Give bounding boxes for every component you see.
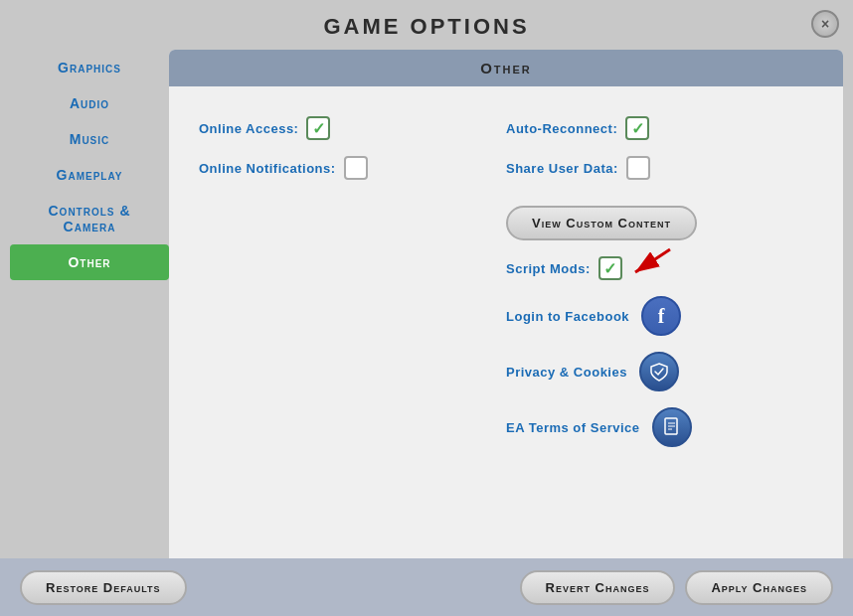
online-notifications-row: Online Notifications: [199,156,506,180]
auto-reconnect-row: Auto-Reconnect: [506,116,649,140]
online-access-row: Online Access: [199,116,506,140]
restore-defaults-button[interactable]: Restore Defaults [20,570,187,605]
share-user-data-label: Share User Data: [506,161,618,176]
script-mods-row: Script Mods: [506,256,622,280]
privacy-cookies-row: Privacy & Cookies [506,352,679,391]
sidebar-item-audio[interactable]: Audio [10,85,169,121]
bottom-bar: Restore Defaults Revert Changes Apply Ch… [0,558,853,616]
online-notifications-checkbox[interactable] [344,156,368,180]
login-facebook-label: Login to Facebook [506,309,629,324]
panel-header: Other [169,50,843,86]
apply-changes-button[interactable]: Apply Changes [685,570,833,605]
online-access-checkbox[interactable] [306,116,330,140]
privacy-cookies-label: Privacy & Cookies [506,365,627,380]
content-panel: Other Online Access: Online Notification… [169,50,843,581]
auto-reconnect-checkbox[interactable] [625,116,649,140]
title-bar: Game Options × [0,0,853,50]
main-layout: Graphics Audio Music Gameplay Controls &… [10,50,843,581]
page-title: Game Options [0,14,853,40]
facebook-button[interactable]: f [641,296,681,336]
shield-check-icon [649,362,669,382]
red-arrow-icon [615,244,675,284]
ea-terms-button[interactable] [652,407,692,447]
document-icon [662,417,682,437]
panel-body: Online Access: Online Notifications: Aut… [169,86,843,581]
svg-line-1 [635,249,670,272]
online-access-label: Online Access: [199,121,298,136]
script-mods-label: Script Mods: [506,261,591,276]
options-columns: Online Access: Online Notifications: Aut… [199,106,813,561]
auto-reconnect-label: Auto-Reconnect: [506,121,617,136]
sidebar: Graphics Audio Music Gameplay Controls &… [10,50,169,581]
privacy-cookies-button[interactable] [639,352,679,391]
sidebar-item-gameplay[interactable]: Gameplay [10,157,169,193]
login-facebook-row: Login to Facebook f [506,296,681,336]
left-column: Online Access: Online Notifications: [199,106,506,561]
sidebar-item-other[interactable]: Other [10,244,169,280]
share-user-data-checkbox[interactable] [626,156,650,180]
right-column: Auto-Reconnect: Share User Data: View Cu… [506,106,813,561]
online-notifications-label: Online Notifications: [199,161,336,176]
view-custom-content-button[interactable]: View Custom Content [506,206,697,240]
ea-terms-row: EA Terms of Service [506,407,692,447]
sidebar-item-controls-camera[interactable]: Controls & Camera [10,193,169,244]
share-user-data-row: Share User Data: [506,156,650,180]
ea-terms-label: EA Terms of Service [506,420,640,435]
sidebar-item-music[interactable]: Music [10,121,169,157]
close-button[interactable]: × [811,10,839,38]
view-custom-content-container: View Custom Content [506,206,697,240]
sidebar-item-graphics[interactable]: Graphics [10,50,169,85]
revert-changes-button[interactable]: Revert Changes [520,570,676,605]
